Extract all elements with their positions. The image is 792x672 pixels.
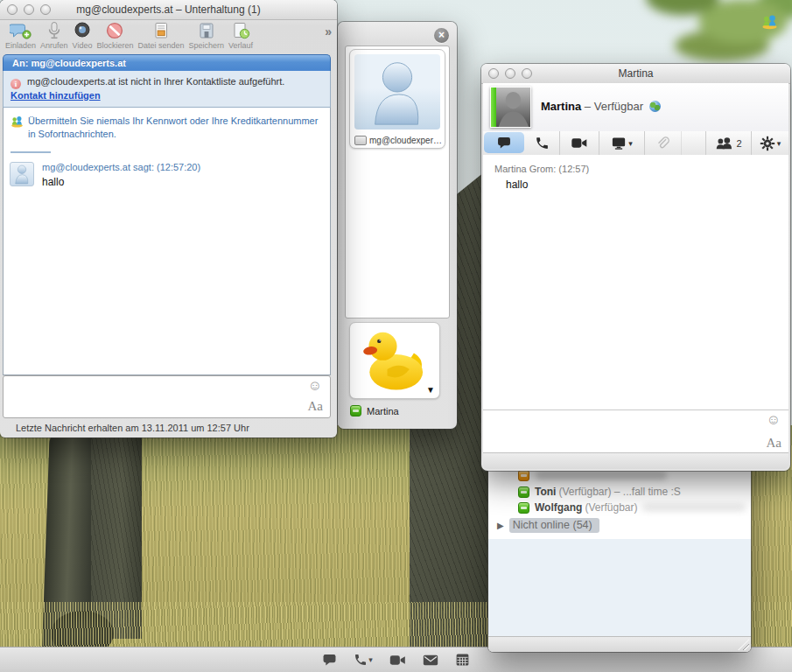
save-button[interactable]: Speichern <box>189 20 225 50</box>
contact-photo <box>491 88 530 127</box>
participants-button[interactable]: 2 <box>706 131 752 155</box>
calendar-icon <box>455 653 470 667</box>
resize-grip[interactable] <box>738 639 749 650</box>
offline-group-row[interactable]: ▶ Nicht online (54) <box>497 518 599 533</box>
contact-name: Wolfgang <box>535 501 582 514</box>
contact-picture-card[interactable]: mg@cloudexper… <box>349 49 445 149</box>
contact-notice: i mg@cloudexperts.at ist nicht in Ihrer … <box>3 71 331 108</box>
font-format-button[interactable]: Aa <box>308 399 324 414</box>
contact-detail: (Verfügbar) – ...fall time :S <box>558 486 680 498</box>
contact-name: Martina <box>541 100 581 113</box>
block-icon <box>105 21 124 40</box>
screen-icon <box>354 136 367 145</box>
window-bottom-bar <box>488 636 751 652</box>
add-contact-link[interactable]: Kontakt hinzufügen <box>11 90 101 101</box>
audio-call-button[interactable] <box>524 131 560 155</box>
microphone-icon <box>45 21 64 40</box>
window-title: mg@cloudexperts.at – Unterhaltung (1) <box>0 0 337 19</box>
picture-menu-arrow-icon[interactable]: ▼ <box>426 385 435 395</box>
video-camera-icon <box>389 654 406 667</box>
martina-chat-window: Martina Martina – Verfügbar <box>481 64 790 471</box>
emoticon-button[interactable]: ☺ <box>767 412 781 428</box>
self-name: Martina <box>367 406 399 416</box>
webcam-icon <box>73 21 92 40</box>
history-button[interactable]: Verlauf <box>228 20 253 50</box>
close-icon[interactable]: × <box>434 28 449 43</box>
title-bar[interactable]: Martina <box>481 64 790 84</box>
redacted-contact-name <box>536 471 667 480</box>
online-status-icon <box>350 405 361 416</box>
message-body: hallo <box>506 178 788 191</box>
safety-tip: Übermitteln Sie niemals Ihr Kennwort ode… <box>4 108 330 141</box>
history-icon <box>231 21 251 40</box>
video-call-button[interactable] <box>560 131 599 155</box>
screen-share-button[interactable]: ▾ <box>599 131 645 155</box>
redacted-text <box>642 503 746 512</box>
notice-text: mg@cloudexperts.at ist nicht in Ihrer Ko… <box>27 76 284 87</box>
contact-status: – Verfügbar <box>585 100 643 113</box>
disclosure-triangle-icon[interactable]: ▶ <box>497 521 504 530</box>
block-button[interactable]: Blockieren <box>96 20 133 50</box>
online-status-icon <box>518 502 529 514</box>
message-divider <box>11 151 51 153</box>
chat-header: Martina – Verfügbar <box>483 83 788 132</box>
contact-row[interactable]: Wolfgang (Verfügbar) <box>518 501 746 514</box>
gear-icon <box>760 136 775 151</box>
toolbar-overflow-button[interactable]: » <box>325 24 332 38</box>
window-bottom-bar <box>483 452 788 469</box>
contact-display-picture <box>354 54 440 130</box>
message-header: mg@cloudexperts.at sagt: (12:57:20) <box>42 162 330 172</box>
actions-menu-button[interactable]: ▾ <box>752 131 788 155</box>
chat-history[interactable]: Martina Grom: (12:57) hallo <box>483 155 788 410</box>
recipient-bar: An: mg@cloudexperts.at <box>3 54 331 71</box>
text-chat-tab[interactable] <box>484 132 524 153</box>
chat-button[interactable] <box>322 653 337 667</box>
contact-name-line: Martina – Verfügbar <box>541 100 661 113</box>
message-body: hallo <box>42 176 330 188</box>
contact-row[interactable]: Toni (Verfügbar) – ...fall time :S <box>518 486 681 498</box>
display-icon <box>611 136 627 150</box>
conversation-toolbar: Einladen Anrufen Video <box>2 20 335 54</box>
conversation-window: mg@cloudexperts.at – Unterhaltung (1) Ei… <box>0 0 337 438</box>
message-history[interactable]: Übermitteln Sie niemals Ihr Kennwort ode… <box>3 108 331 375</box>
people-icon <box>715 136 733 150</box>
messenger-buddies-icon[interactable] <box>761 14 778 33</box>
attach-file-button[interactable] <box>645 131 682 155</box>
invite-icon <box>10 21 32 40</box>
away-status-icon <box>518 470 529 481</box>
contact-row[interactable] <box>518 470 667 481</box>
self-status-row: Martina <box>350 405 399 416</box>
contacts-window: Toni (Verfügbar) – ...fall time :S Wolfg… <box>488 455 751 652</box>
desktop: Toni (Verfügbar) – ...fall time :S Wolfg… <box>0 0 792 672</box>
status-bar: Letzte Nachricht erhalten am 13.11.2011 … <box>0 419 337 438</box>
chat-toolbar: ▾ 2 <box>483 131 788 156</box>
caret-down-icon: ▾ <box>368 655 373 664</box>
display-pictures-panel: × mg@cloudexper… <box>338 22 457 429</box>
sender-avatar <box>10 162 34 186</box>
calendar-button[interactable] <box>455 653 470 667</box>
call-button[interactable]: ▾ <box>354 653 373 667</box>
video-camera-icon <box>571 136 588 150</box>
online-indicator-bar <box>491 88 496 127</box>
invite-button[interactable]: Einladen <box>5 20 36 50</box>
default-person-icon <box>354 54 440 130</box>
save-icon <box>197 21 216 40</box>
contact-avatar[interactable] <box>490 87 531 128</box>
caret-down-icon: ▾ <box>777 139 781 148</box>
self-picture-card[interactable]: ▼ <box>349 322 440 399</box>
mail-button[interactable] <box>423 654 438 667</box>
send-file-button[interactable]: Datei senden <box>137 20 184 50</box>
call-button[interactable]: Anrufen <box>40 20 68 50</box>
safety-tip-text: Übermitteln Sie niemals Ihr Kennwort ode… <box>28 116 318 139</box>
contact-picture-label: mg@cloudexper… <box>354 136 443 145</box>
font-format-button[interactable]: Aa <box>767 436 782 451</box>
message-input[interactable]: ☺ Aa <box>3 375 331 418</box>
video-call-button[interactable] <box>389 654 406 667</box>
video-button[interactable]: Video <box>73 20 93 50</box>
emoticon-button[interactable]: ☺ <box>308 378 322 394</box>
globe-icon <box>649 101 661 112</box>
title-bar[interactable]: mg@cloudexperts.at – Unterhaltung (1) <box>0 0 337 20</box>
paperclip-icon <box>655 136 670 150</box>
message-input[interactable]: ☺ Aa <box>483 410 788 454</box>
caret-down-icon: ▾ <box>628 139 633 148</box>
